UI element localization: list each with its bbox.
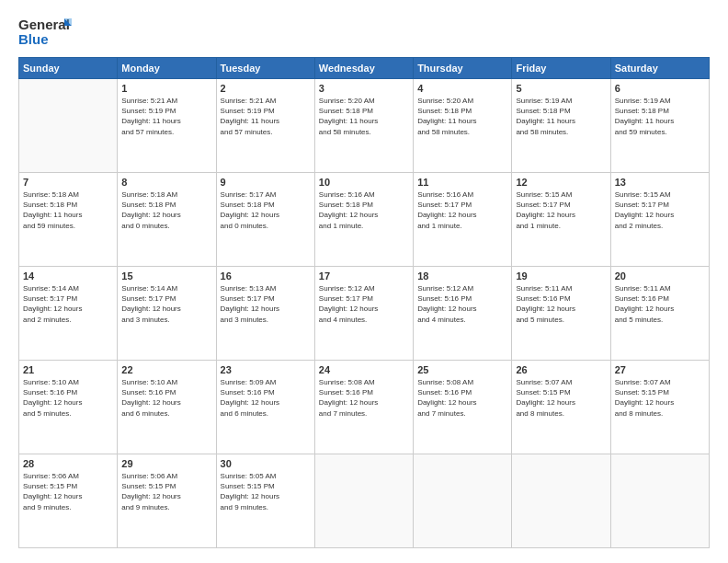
calendar-cell bbox=[610, 454, 709, 548]
page: GeneralBlue SundayMondayTuesdayWednesday… bbox=[0, 0, 728, 563]
day-number: 23 bbox=[221, 364, 311, 375]
weekday-header-sunday: Sunday bbox=[19, 58, 118, 79]
day-info: Sunrise: 5:05 AM Sunset: 5:15 PM Dayligh… bbox=[221, 471, 311, 512]
calendar-cell: 12Sunrise: 5:15 AM Sunset: 5:17 PM Dayli… bbox=[512, 173, 610, 267]
calendar-cell: 5Sunrise: 5:19 AM Sunset: 5:18 PM Daylig… bbox=[512, 79, 610, 173]
calendar-cell: 29Sunrise: 5:06 AM Sunset: 5:15 PM Dayli… bbox=[118, 454, 216, 548]
day-info: Sunrise: 5:08 AM Sunset: 5:16 PM Dayligh… bbox=[319, 377, 409, 419]
calendar-cell: 26Sunrise: 5:07 AM Sunset: 5:15 PM Dayli… bbox=[512, 361, 610, 454]
calendar-week-5: 28Sunrise: 5:06 AM Sunset: 5:15 PM Dayli… bbox=[19, 454, 710, 548]
day-info: Sunrise: 5:11 AM Sunset: 5:16 PM Dayligh… bbox=[516, 283, 606, 325]
day-number: 15 bbox=[121, 270, 211, 282]
calendar-cell: 18Sunrise: 5:12 AM Sunset: 5:16 PM Dayli… bbox=[414, 267, 512, 361]
day-info: Sunrise: 5:15 AM Sunset: 5:17 PM Dayligh… bbox=[615, 190, 705, 231]
calendar-cell bbox=[19, 79, 118, 173]
day-info: Sunrise: 5:21 AM Sunset: 5:19 PM Dayligh… bbox=[121, 96, 211, 137]
calendar-week-3: 14Sunrise: 5:14 AM Sunset: 5:17 PM Dayli… bbox=[19, 267, 710, 361]
day-info: Sunrise: 5:20 AM Sunset: 5:18 PM Dayligh… bbox=[417, 96, 507, 137]
calendar-cell: 14Sunrise: 5:14 AM Sunset: 5:17 PM Dayli… bbox=[19, 267, 118, 361]
calendar-cell: 27Sunrise: 5:07 AM Sunset: 5:15 PM Dayli… bbox=[610, 361, 709, 454]
day-info: Sunrise: 5:16 AM Sunset: 5:17 PM Dayligh… bbox=[417, 190, 507, 231]
day-info: Sunrise: 5:10 AM Sunset: 5:16 PM Dayligh… bbox=[23, 377, 113, 419]
day-info: Sunrise: 5:14 AM Sunset: 5:17 PM Dayligh… bbox=[121, 283, 211, 325]
day-info: Sunrise: 5:09 AM Sunset: 5:16 PM Dayligh… bbox=[221, 377, 311, 419]
day-number: 7 bbox=[23, 177, 113, 188]
calendar-cell: 9Sunrise: 5:17 AM Sunset: 5:18 PM Daylig… bbox=[216, 173, 314, 267]
day-info: Sunrise: 5:20 AM Sunset: 5:18 PM Dayligh… bbox=[319, 96, 409, 137]
day-info: Sunrise: 5:15 AM Sunset: 5:17 PM Dayligh… bbox=[516, 190, 606, 231]
calendar-table: SundayMondayTuesdayWednesdayThursdayFrid… bbox=[18, 57, 710, 548]
day-info: Sunrise: 5:06 AM Sunset: 5:15 PM Dayligh… bbox=[121, 471, 211, 512]
calendar-cell: 3Sunrise: 5:20 AM Sunset: 5:18 PM Daylig… bbox=[314, 79, 413, 173]
calendar-cell: 21Sunrise: 5:10 AM Sunset: 5:16 PM Dayli… bbox=[19, 361, 118, 454]
calendar-cell: 1Sunrise: 5:21 AM Sunset: 5:19 PM Daylig… bbox=[118, 79, 216, 173]
day-info: Sunrise: 5:18 AM Sunset: 5:18 PM Dayligh… bbox=[121, 190, 211, 231]
header: GeneralBlue bbox=[18, 15, 710, 48]
day-number: 25 bbox=[417, 364, 507, 375]
day-number: 3 bbox=[319, 83, 409, 94]
weekday-header-friday: Friday bbox=[512, 58, 610, 79]
day-info: Sunrise: 5:10 AM Sunset: 5:16 PM Dayligh… bbox=[121, 377, 211, 419]
day-number: 22 bbox=[121, 364, 211, 375]
day-info: Sunrise: 5:07 AM Sunset: 5:15 PM Dayligh… bbox=[615, 377, 705, 419]
calendar-cell: 22Sunrise: 5:10 AM Sunset: 5:16 PM Dayli… bbox=[118, 361, 216, 454]
day-info: Sunrise: 5:16 AM Sunset: 5:18 PM Dayligh… bbox=[319, 190, 409, 231]
svg-text:Blue: Blue bbox=[18, 31, 49, 47]
calendar-cell: 20Sunrise: 5:11 AM Sunset: 5:16 PM Dayli… bbox=[610, 267, 709, 361]
calendar-week-1: 1Sunrise: 5:21 AM Sunset: 5:19 PM Daylig… bbox=[19, 79, 710, 173]
calendar-cell bbox=[314, 454, 413, 548]
day-number: 17 bbox=[319, 270, 409, 282]
day-number: 16 bbox=[221, 270, 311, 282]
calendar-cell: 17Sunrise: 5:12 AM Sunset: 5:17 PM Dayli… bbox=[314, 267, 413, 361]
calendar-cell: 15Sunrise: 5:14 AM Sunset: 5:17 PM Dayli… bbox=[118, 267, 216, 361]
day-info: Sunrise: 5:19 AM Sunset: 5:18 PM Dayligh… bbox=[516, 96, 606, 137]
day-number: 28 bbox=[23, 458, 113, 469]
day-info: Sunrise: 5:19 AM Sunset: 5:18 PM Dayligh… bbox=[615, 96, 705, 137]
day-number: 24 bbox=[319, 364, 409, 375]
day-number: 20 bbox=[615, 270, 705, 282]
calendar-cell: 25Sunrise: 5:08 AM Sunset: 5:16 PM Dayli… bbox=[414, 361, 512, 454]
day-number: 1 bbox=[121, 83, 211, 94]
calendar-cell: 11Sunrise: 5:16 AM Sunset: 5:17 PM Dayli… bbox=[414, 173, 512, 267]
day-number: 5 bbox=[516, 83, 606, 94]
day-info: Sunrise: 5:21 AM Sunset: 5:19 PM Dayligh… bbox=[221, 96, 311, 137]
calendar-cell: 24Sunrise: 5:08 AM Sunset: 5:16 PM Dayli… bbox=[314, 361, 413, 454]
day-info: Sunrise: 5:13 AM Sunset: 5:17 PM Dayligh… bbox=[221, 283, 311, 325]
logo: GeneralBlue bbox=[18, 15, 74, 48]
svg-text:General: General bbox=[18, 17, 70, 32]
calendar-cell: 30Sunrise: 5:05 AM Sunset: 5:15 PM Dayli… bbox=[216, 454, 314, 548]
calendar-cell bbox=[414, 454, 512, 548]
day-info: Sunrise: 5:14 AM Sunset: 5:17 PM Dayligh… bbox=[23, 283, 113, 325]
calendar-week-4: 21Sunrise: 5:10 AM Sunset: 5:16 PM Dayli… bbox=[19, 361, 710, 454]
day-info: Sunrise: 5:12 AM Sunset: 5:16 PM Dayligh… bbox=[417, 283, 507, 325]
day-number: 6 bbox=[615, 83, 705, 94]
calendar-cell bbox=[512, 454, 610, 548]
calendar-cell: 8Sunrise: 5:18 AM Sunset: 5:18 PM Daylig… bbox=[118, 173, 216, 267]
calendar-cell: 13Sunrise: 5:15 AM Sunset: 5:17 PM Dayli… bbox=[610, 173, 709, 267]
day-number: 26 bbox=[516, 364, 606, 375]
day-number: 18 bbox=[417, 270, 507, 282]
day-number: 13 bbox=[615, 177, 705, 188]
calendar-cell: 10Sunrise: 5:16 AM Sunset: 5:18 PM Dayli… bbox=[314, 173, 413, 267]
day-number: 2 bbox=[221, 83, 311, 94]
weekday-header-tuesday: Tuesday bbox=[216, 58, 314, 79]
weekday-header-thursday: Thursday bbox=[414, 58, 512, 79]
calendar-cell: 19Sunrise: 5:11 AM Sunset: 5:16 PM Dayli… bbox=[512, 267, 610, 361]
calendar-cell: 28Sunrise: 5:06 AM Sunset: 5:15 PM Dayli… bbox=[19, 454, 118, 548]
calendar-cell: 23Sunrise: 5:09 AM Sunset: 5:16 PM Dayli… bbox=[216, 361, 314, 454]
weekday-header-row: SundayMondayTuesdayWednesdayThursdayFrid… bbox=[19, 58, 710, 79]
day-number: 9 bbox=[221, 177, 311, 188]
day-info: Sunrise: 5:18 AM Sunset: 5:18 PM Dayligh… bbox=[23, 190, 113, 231]
day-number: 12 bbox=[516, 177, 606, 188]
calendar-week-2: 7Sunrise: 5:18 AM Sunset: 5:18 PM Daylig… bbox=[19, 173, 710, 267]
day-number: 14 bbox=[23, 270, 113, 282]
day-info: Sunrise: 5:17 AM Sunset: 5:18 PM Dayligh… bbox=[221, 190, 311, 231]
calendar-cell: 7Sunrise: 5:18 AM Sunset: 5:18 PM Daylig… bbox=[19, 173, 118, 267]
day-number: 11 bbox=[417, 177, 507, 188]
weekday-header-monday: Monday bbox=[118, 58, 216, 79]
day-number: 4 bbox=[417, 83, 507, 94]
day-number: 10 bbox=[319, 177, 409, 188]
day-info: Sunrise: 5:12 AM Sunset: 5:17 PM Dayligh… bbox=[319, 283, 409, 325]
calendar-cell: 4Sunrise: 5:20 AM Sunset: 5:18 PM Daylig… bbox=[414, 79, 512, 173]
weekday-header-wednesday: Wednesday bbox=[314, 58, 413, 79]
